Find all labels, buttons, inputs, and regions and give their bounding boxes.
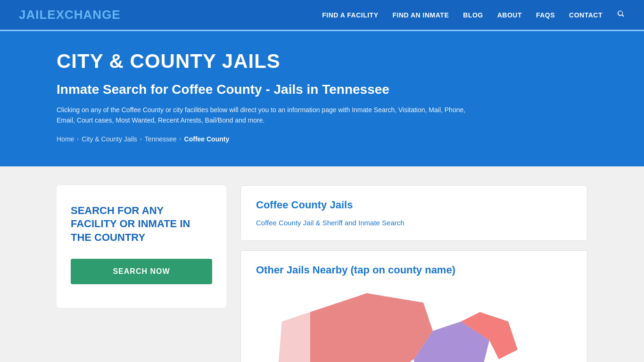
coffee-county-jails-card: Coffee County Jails Coffee County Jail &… [240, 185, 587, 241]
county-map-svg [256, 284, 572, 362]
other-jails-title: Other Jails Nearby (tap on county name) [256, 264, 572, 276]
map-visualization [256, 284, 572, 362]
logo-jail: JAIL [19, 8, 47, 22]
nav-faqs[interactable]: FAQs [536, 11, 555, 19]
breadcrumb-state[interactable]: Tennessee [145, 135, 177, 143]
hero-description: Clicking on any of the Coffee County or … [57, 105, 481, 126]
page-title: CITY & COUNTY JAILS [57, 50, 587, 73]
search-icon-button[interactable] [617, 9, 625, 20]
logo-exchange: EXCHANGE [47, 8, 120, 22]
logo[interactable]: JAILEXCHANGE [19, 8, 121, 22]
nav-contact[interactable]: CONTACT [569, 11, 603, 19]
page-subtitle: Inmate Search for Coffee County - Jails … [57, 82, 587, 97]
search-icon [617, 9, 625, 18]
coffee-county-jail-link[interactable]: Coffee County Jail & Sheriff and Inmate … [256, 219, 405, 227]
breadcrumb: Home › City & County Jails › Tennessee ›… [57, 135, 587, 143]
breadcrumb-sep-3: › [180, 136, 182, 142]
breadcrumb-city-county[interactable]: City & County Jails [82, 135, 137, 143]
search-card: SEARCH FOR ANY FACILITY OR INMATE IN THE… [57, 185, 226, 308]
main-content: SEARCH FOR ANY FACILITY OR INMATE IN THE… [0, 166, 644, 362]
nav-blog[interactable]: BLOG [463, 11, 483, 19]
breadcrumb-home[interactable]: Home [57, 135, 74, 143]
hero-section: CITY & COUNTY JAILS Inmate Search for Co… [0, 31, 644, 166]
nav-find-facility[interactable]: FIND A FACILITY [322, 11, 378, 19]
breadcrumb-sep-1: › [77, 136, 79, 142]
search-card-title: SEARCH FOR ANY FACILITY OR INMATE IN THE… [71, 204, 212, 245]
coffee-county-jails-title: Coffee County Jails [256, 199, 572, 211]
header: JAILEXCHANGE FIND A FACILITY FIND AN INM… [0, 0, 644, 31]
nav-about[interactable]: ABOUT [497, 11, 522, 19]
main-nav: FIND A FACILITY FIND AN INMATE BLOG ABOU… [322, 9, 625, 20]
breadcrumb-sep-2: › [140, 136, 142, 142]
other-jails-card: Other Jails Nearby (tap on county name) [240, 250, 587, 362]
right-column: Coffee County Jails Coffee County Jail &… [240, 185, 587, 362]
search-now-button[interactable]: SEARCH NOW [71, 259, 212, 284]
nav-find-inmate[interactable]: FIND AN INMATE [392, 11, 449, 19]
breadcrumb-current: Coffee County [184, 135, 230, 143]
